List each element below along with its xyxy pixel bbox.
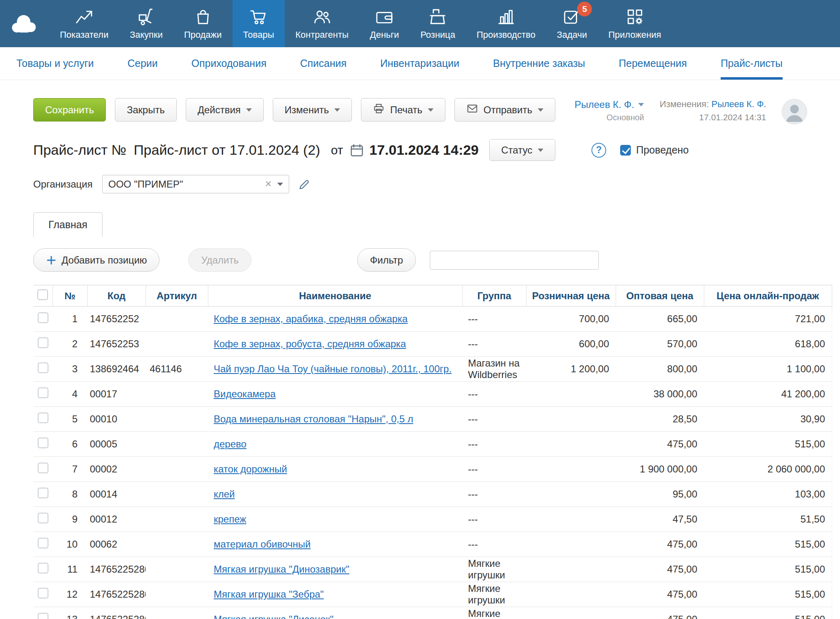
cell-number: 4 — [52, 382, 87, 407]
sub-nav-item-write-offs[interactable]: Списания — [300, 47, 347, 80]
wallet-icon — [375, 7, 394, 26]
top-nav-item-production[interactable]: Производство — [466, 0, 546, 47]
avatar[interactable] — [782, 99, 807, 124]
product-link[interactable]: Кофе в зернах, арабика, средняя обжарка — [214, 313, 408, 324]
cell-wholesale-price: 475,00 — [616, 532, 704, 557]
select-all-checkbox[interactable] — [37, 289, 48, 300]
send-dropdown-button[interactable]: Отправить — [454, 98, 555, 122]
cell-online-price: 1 100,00 — [704, 357, 832, 382]
top-nav-item-sales[interactable]: Продажи — [173, 0, 233, 47]
header-online-price[interactable]: Цена онлайн-продаж — [704, 285, 832, 307]
clear-icon[interactable]: × — [265, 179, 272, 190]
chevron-down-icon[interactable] — [277, 183, 283, 186]
tab-main[interactable]: Главная — [33, 212, 103, 237]
product-link[interactable]: Вода минеральная столовая "Нарын", 0,5 л — [214, 413, 413, 424]
sub-nav-item-transfers[interactable]: Перемещения — [619, 47, 687, 80]
product-link[interactable]: клей — [214, 488, 235, 500]
cell-wholesale-price: 475,00 — [616, 607, 704, 619]
sub-nav-item-internal-orders[interactable]: Внутренние заказы — [493, 47, 585, 80]
sub-nav-item-inventories[interactable]: Инвентаризации — [380, 47, 459, 80]
sub-nav-item-price-lists[interactable]: Прайс-листы — [721, 47, 783, 80]
document-datetime[interactable]: 17.01.2024 14:29 — [369, 142, 479, 158]
cell-article — [146, 532, 208, 557]
user-name-link[interactable]: Рылеев К. Ф. — [575, 99, 644, 110]
header-wholesale-price[interactable]: Оптовая цена — [616, 285, 704, 307]
organization-select[interactable]: ООО "ПРИМЕР" × — [102, 175, 289, 193]
cell-article — [146, 382, 208, 407]
row-checkbox[interactable] — [38, 312, 48, 323]
cell-article — [146, 307, 208, 332]
row-checkbox[interactable] — [38, 413, 48, 423]
changes-user-link[interactable]: Рылеев К. Ф. — [712, 99, 766, 109]
product-link[interactable]: материал обивочный — [214, 539, 310, 550]
status-dropdown-button[interactable]: Статус — [489, 139, 555, 161]
row-checkbox[interactable] — [38, 563, 48, 573]
header-group[interactable]: Группа — [462, 285, 526, 307]
header-number[interactable]: № — [52, 285, 87, 307]
save-button[interactable]: Сохранить — [33, 98, 106, 122]
cell-group: Мягкие игрушки — [462, 582, 526, 607]
sub-nav-item-goods-and-services[interactable]: Товары и услуги — [16, 47, 94, 80]
top-nav-item-retail[interactable]: Розница — [410, 0, 466, 47]
top-nav-item-money[interactable]: Деньги — [359, 0, 410, 47]
cloud-icon — [10, 13, 39, 34]
top-nav-item-tasks[interactable]: 5Задачи — [546, 0, 598, 47]
table-row: 900012крепеж---47,5051,50 — [33, 507, 832, 532]
row-checkbox[interactable] — [38, 588, 48, 598]
row-checkbox[interactable] — [38, 488, 48, 498]
filter-button[interactable]: Фильтр — [357, 248, 416, 272]
sub-nav-item-incomings[interactable]: Оприходования — [192, 47, 267, 80]
product-link[interactable]: дерево — [214, 438, 247, 449]
chevron-down-icon — [334, 108, 340, 112]
cell-online-price: 515,00 — [704, 582, 832, 607]
changes-block: Изменения: Рылеев К. Ф. 17.01.2024 14:31 — [660, 99, 766, 122]
product-link[interactable]: каток дорожный — [214, 463, 287, 475]
edit-dropdown-button[interactable]: Изменить — [273, 98, 352, 122]
row-checkbox[interactable] — [38, 387, 48, 398]
cell-retail-price — [526, 432, 616, 457]
top-nav-item-counterparties[interactable]: Контрагенты — [285, 0, 359, 47]
table-row: 1147652252Кофе в зернах, арабика, средня… — [33, 307, 832, 332]
header-code[interactable]: Код — [87, 285, 146, 307]
header-article[interactable]: Артикул — [146, 285, 208, 307]
product-link[interactable]: Кофе в зернах, робуста, средняя обжарка — [214, 338, 406, 349]
row-checkbox[interactable] — [38, 463, 48, 473]
calendar-icon[interactable] — [349, 143, 364, 158]
header-retail-price[interactable]: Розничная цена — [526, 285, 616, 307]
moysklad-logo[interactable] — [0, 0, 49, 47]
chevron-down-icon — [428, 108, 434, 112]
product-link[interactable]: Мягкая игрушка "Лисенок" — [214, 614, 333, 619]
help-icon[interactable]: ? — [591, 143, 606, 158]
top-nav-item-apps[interactable]: Приложения — [598, 0, 672, 47]
cell-retail-price — [526, 507, 616, 532]
row-checkbox[interactable] — [38, 613, 48, 619]
sub-nav-item-series[interactable]: Серии — [128, 47, 158, 80]
row-checkbox[interactable] — [38, 513, 48, 523]
row-checkbox[interactable] — [38, 538, 48, 548]
delete-button[interactable]: Удалить — [188, 248, 251, 272]
table-row: 500010Вода минеральная столовая "Нарын",… — [33, 407, 832, 432]
top-nav-item-purchases[interactable]: Закупки — [119, 0, 173, 47]
product-link[interactable]: Видеокамера — [214, 388, 276, 399]
row-checkbox[interactable] — [38, 362, 48, 373]
cell-article — [146, 432, 208, 457]
add-position-button[interactable]: Добавить позицию — [33, 248, 160, 272]
row-checkbox[interactable] — [38, 438, 48, 448]
actions-dropdown-button[interactable]: Действия — [186, 98, 264, 122]
top-nav-item-indicators[interactable]: Показатели — [49, 0, 119, 47]
close-button[interactable]: Закрыть — [115, 98, 176, 122]
product-link[interactable]: Чай пуэр Лао Ча Тоу (чайные головы), 201… — [214, 363, 452, 374]
top-nav-item-products[interactable]: Товары — [233, 0, 285, 47]
product-link[interactable]: Мягкая игрушка "Динозаврик" — [214, 564, 349, 575]
edit-pencil-icon[interactable] — [298, 178, 310, 190]
print-dropdown-button[interactable]: Печать — [361, 98, 445, 122]
product-link[interactable]: Мягкая игрушка "Зебра" — [214, 589, 324, 600]
conducted-checkbox[interactable] — [620, 145, 631, 156]
row-checkbox[interactable] — [38, 337, 48, 348]
table-row: 600005дерево---475,00515,00 — [33, 432, 832, 457]
top-navigation-bar: ПоказателиЗакупкиПродажиТоварыКонтрагент… — [0, 0, 840, 47]
position-search-input[interactable] — [430, 251, 599, 270]
header-name[interactable]: Наименование — [208, 285, 462, 307]
product-link[interactable]: крепеж — [214, 514, 246, 525]
cell-online-price: 30,90 — [704, 407, 832, 432]
